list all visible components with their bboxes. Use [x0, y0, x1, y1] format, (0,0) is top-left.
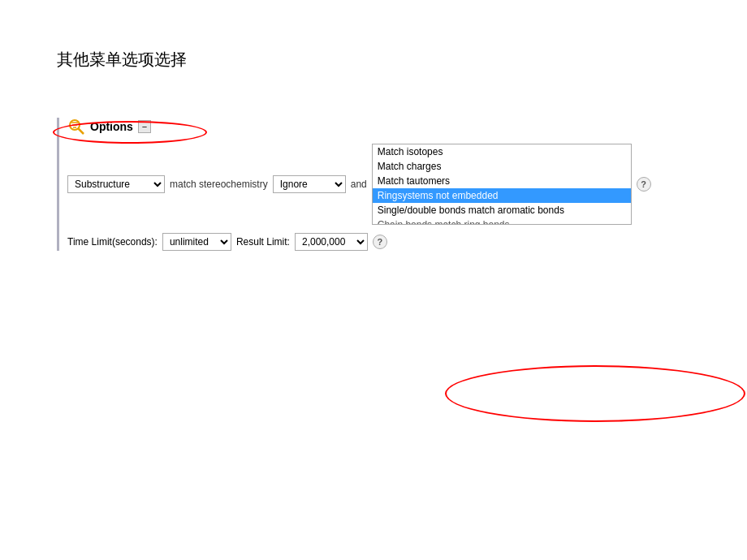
- match-stereo-label: match stereochemistry: [170, 179, 268, 190]
- time-limit-select[interactable]: unlimited 10 30 60 120: [162, 233, 231, 251]
- annotation-circle-2: [445, 365, 745, 422]
- options-panel: Options − Substructure Similarity Exact …: [57, 118, 698, 251]
- list-item[interactable]: Match tautomers: [373, 174, 631, 188]
- help-icon[interactable]: ?: [637, 177, 651, 192]
- collapse-button[interactable]: −: [138, 120, 151, 133]
- svg-line-1: [79, 129, 84, 135]
- listbox-container: Match isotopes Match charges Match tauto…: [372, 144, 632, 225]
- time-limit-row: Time Limit(seconds): unlimited 10 30 60 …: [67, 233, 698, 251]
- list-item[interactable]: Match isotopes: [373, 144, 631, 159]
- and-label: and: [351, 179, 367, 190]
- result-limit-select[interactable]: 2,000,000 100 1000 10000 100000: [295, 233, 368, 251]
- search-filter-icon: [67, 118, 85, 136]
- page-title: 其他菜单选项选择: [57, 49, 187, 71]
- options-label: Options: [90, 120, 133, 133]
- search-options-row: Substructure Similarity Exact match ster…: [67, 144, 698, 225]
- list-item[interactable]: Single/double bonds match aromatic bonds: [373, 203, 631, 218]
- list-item[interactable]: Match charges: [373, 159, 631, 174]
- options-listbox[interactable]: Match isotopes Match charges Match tauto…: [372, 144, 632, 225]
- result-limit-label: Result Limit:: [236, 236, 290, 248]
- result-help-icon[interactable]: ?: [373, 235, 387, 249]
- list-item-strikethrough[interactable]: Chain bonds match ring bonds: [373, 218, 631, 225]
- search-type-select[interactable]: Substructure Similarity Exact: [67, 175, 165, 193]
- options-header: Options −: [67, 118, 698, 136]
- list-item-selected[interactable]: Ringsystems not embedded: [373, 188, 631, 203]
- stereo-select[interactable]: Ignore Match Conditional: [273, 175, 346, 193]
- time-limit-label: Time Limit(seconds):: [67, 236, 158, 248]
